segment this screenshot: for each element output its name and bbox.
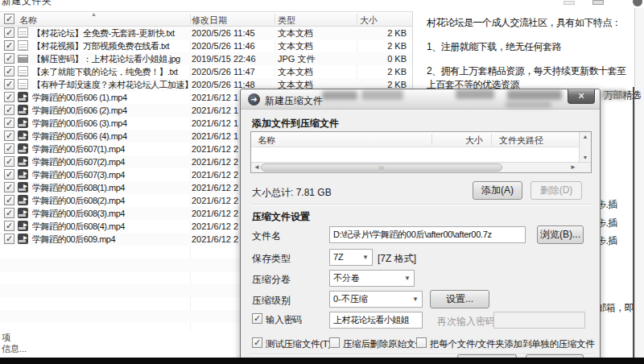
archive-file-table: 名称 大小 文件夹路径 ▲ ▼ ◄ ||| ► — [250, 131, 592, 173]
column-header-name[interactable]: 名称 — [19, 14, 37, 27]
file-checkbox[interactable]: ✓ — [4, 27, 14, 38]
column-divider[interactable] — [357, 14, 357, 24]
file-checkbox[interactable]: ✓ — [4, 143, 14, 154]
file-name: 【村花视频】万部视频免费在线看.txt — [32, 39, 190, 52]
file-checkbox[interactable]: ✓ — [4, 92, 14, 102]
file-checkbox[interactable]: ✓ — [4, 66, 14, 77]
preview-text-fragment: 邮箱，即 — [597, 301, 634, 315]
preview-paragraph: 1、注册就能下载，绝无任何套路 — [427, 40, 628, 54]
file-checkbox[interactable]: ✓ — [4, 40, 14, 51]
separate-archive-label: 把每个文件/文件夹添加到单独的压缩文件 — [430, 338, 595, 350]
file-type-icon — [18, 66, 28, 77]
file-checkbox[interactable]: ✓ — [4, 105, 14, 115]
column-header-size[interactable]: 大小 — [360, 14, 378, 27]
file-checkbox[interactable]: ✓ — [4, 221, 14, 231]
close-icon[interactable]: ✕ — [568, 89, 595, 104]
divider — [633, 87, 634, 358]
file-name: 【村花论坛】全免费-无套路-更新快.txt — [32, 27, 190, 39]
scrollbar-thumb[interactable]: ||| — [261, 163, 502, 172]
level-label: 压缩级别 — [252, 294, 291, 308]
app-icon: ➜ — [248, 93, 260, 105]
file-checkbox[interactable]: ✓ — [4, 182, 14, 192]
column-divider[interactable] — [491, 134, 492, 145]
file-checkbox[interactable]: ✓ — [4, 234, 14, 244]
file-checkbox[interactable]: ✓ — [4, 79, 14, 89]
file-checkbox[interactable]: ✓ — [4, 118, 14, 128]
delete-button[interactable]: 删除(D) — [530, 181, 582, 200]
password-input[interactable]: 上村花论坛看小姐姐 — [329, 312, 423, 329]
file-date: 2020/5/26 11:45 — [192, 27, 272, 39]
volume-label: 压缩分卷 — [252, 273, 291, 287]
file-name: 【解压密码】：上村花论坛看小姐姐.jpg — [32, 52, 190, 65]
file-type: 文本文档 — [278, 39, 313, 52]
file-row[interactable]: ✓ 【解压密码】：上村花论坛看小姐姐.jpg 2019/5/15 22:46 J… — [0, 52, 412, 65]
table-column-path[interactable]: 文件夹路径 — [499, 134, 543, 147]
select-all-checkbox[interactable]: ✓ — [4, 14, 14, 24]
file-name: 学舞蹈的00后608(2).mp4 — [32, 194, 190, 207]
column-divider[interactable] — [431, 134, 432, 145]
file-type-icon — [18, 27, 28, 38]
horizontal-scrollbar[interactable]: ◄ ||| ► — [251, 162, 591, 172]
vertical-scrollbar[interactable]: ▲ ▼ — [579, 132, 591, 162]
file-row[interactable]: ✓ 【村花论坛】全免费-无套路-更新快.txt 2020/5/26 11:45 … — [0, 27, 412, 39]
file-checkbox[interactable]: ✓ — [4, 169, 14, 180]
file-name: 【来了就能下载的论坛，纯免费！】.txt — [32, 65, 190, 78]
table-column-size[interactable]: 大小 — [436, 134, 483, 147]
volume-dropdown[interactable]: 不分卷 ▼ — [329, 270, 415, 287]
file-checkbox[interactable]: ✓ — [4, 53, 14, 64]
screen: 新建文件夹 ✓ 名称 ▲ 修改日期 类型 大小 ✓ 【村花论坛】全免费-无套路-… — [0, 0, 644, 364]
add-button[interactable]: 添加(A) — [473, 181, 522, 200]
window-control-icon[interactable] — [564, 1, 575, 5]
settings-button[interactable]: 设置... — [430, 290, 489, 308]
maximize-icon[interactable] — [592, 0, 604, 5]
scroll-right-icon[interactable]: ► — [570, 163, 576, 171]
level-dropdown[interactable]: 0-不压缩 ▼ — [329, 291, 423, 308]
censored-blur — [322, 91, 357, 100]
chevron-down-icon: ▼ — [412, 292, 419, 307]
file-type-icon — [18, 40, 28, 51]
file-list-header[interactable]: ✓ 名称 ▲ 修改日期 类型 大小 — [0, 12, 412, 27]
file-row[interactable]: ✓ 【村花视频】万部视频免费在线看.txt 2020/5/26 11:46 文本… — [0, 39, 412, 52]
volume-value: 不分卷 — [333, 273, 360, 283]
censored-blur — [456, 89, 494, 99]
file-name: 学舞蹈的00后608(1).mp4 — [32, 181, 190, 194]
password2-input[interactable] — [493, 312, 585, 329]
total-size-label: 大小总计: 7.81 GB — [252, 186, 332, 200]
password-checkbox[interactable]: ✓ — [252, 313, 262, 324]
file-checkbox[interactable]: ✓ — [4, 130, 14, 141]
window-button-icon[interactable] — [633, 0, 642, 6]
password2-label: 再次输入密码 — [437, 315, 495, 329]
table-column-name[interactable]: 名称 — [258, 134, 275, 147]
preview-scrollbar[interactable] — [634, 8, 644, 358]
file-row[interactable]: ✓ 【来了就能下载的论坛，纯免费！】.txt 2020/5/26 11:47 文… — [0, 65, 412, 78]
file-name: 【有种子却没速度？来村花论坛人工加速】.txt — [32, 78, 190, 91]
scroll-down-icon[interactable]: ▼ — [580, 155, 591, 160]
file-type-icon — [18, 118, 28, 128]
status-text: 信息... — [2, 343, 27, 355]
censored-blur — [506, 101, 551, 108]
file-checkbox[interactable]: ✓ — [4, 208, 14, 218]
column-header-date[interactable]: 修改日期 — [192, 14, 227, 27]
clipped-window-title: 新建文件夹 — [2, 0, 163, 7]
browse-button[interactable]: 浏览(B)... — [537, 225, 584, 244]
file-name: 学舞蹈的00后606 (2).mp4 — [32, 104, 190, 117]
savetype-dropdown[interactable]: 7Z ▼ — [329, 249, 373, 266]
file-checkbox[interactable]: ✓ — [4, 195, 14, 205]
delete-after-checkbox[interactable] — [329, 337, 340, 348]
separate-archive-checkbox[interactable] — [416, 337, 427, 348]
scroll-up-icon[interactable]: ▲ — [580, 134, 591, 139]
file-type-icon — [18, 55, 28, 63]
scroll-left-icon[interactable]: ◄ — [254, 163, 260, 171]
filename-input[interactable]: D:\纪录片\学舞蹈的00后\after00\after00.7z — [329, 226, 526, 243]
chevron-down-icon: ▼ — [404, 271, 411, 286]
column-divider[interactable] — [275, 14, 275, 24]
file-checkbox[interactable]: ✓ — [4, 156, 14, 167]
column-divider[interactable] — [190, 14, 191, 24]
table-header[interactable]: 名称 大小 文件夹路径 — [251, 132, 591, 147]
column-header-type[interactable]: 类型 — [278, 14, 295, 27]
level-value: 0-不压缩 — [333, 294, 368, 304]
test-archive-checkbox[interactable]: ✓ — [252, 337, 262, 348]
file-type-icon — [18, 221, 28, 231]
file-size: 2 KB — [338, 65, 407, 78]
black-bar — [0, 358, 644, 364]
